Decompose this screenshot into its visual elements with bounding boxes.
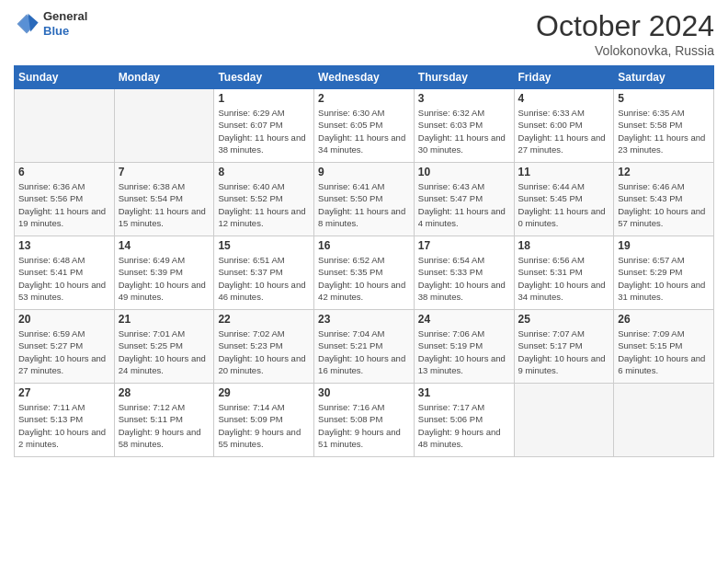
day-number: 5	[618, 92, 710, 105]
day-info: Sunrise: 7:16 AM Sunset: 5:08 PM Dayligh…	[318, 401, 410, 450]
calendar-cell: 6Sunrise: 6:36 AM Sunset: 5:56 PM Daylig…	[15, 163, 115, 236]
day-info: Sunrise: 6:40 AM Sunset: 5:52 PM Dayligh…	[218, 180, 310, 229]
calendar-cell: 17Sunrise: 6:54 AM Sunset: 5:33 PM Dayli…	[414, 236, 514, 310]
day-number: 11	[518, 166, 610, 178]
day-info: Sunrise: 6:33 AM Sunset: 6:00 PM Dayligh…	[518, 107, 610, 155]
day-info: Sunrise: 6:35 AM Sunset: 5:58 PM Dayligh…	[618, 107, 710, 155]
day-number: 13	[18, 239, 110, 252]
day-number: 15	[218, 239, 310, 252]
calendar-cell: 13Sunrise: 6:48 AM Sunset: 5:41 PM Dayli…	[15, 236, 115, 310]
day-number: 7	[119, 166, 210, 178]
calendar-cell: 20Sunrise: 6:59 AM Sunset: 5:27 PM Dayli…	[15, 310, 115, 384]
calendar-cell: 2Sunrise: 6:30 AM Sunset: 6:05 PM Daylig…	[314, 89, 415, 163]
logo-text: General Blue	[43, 9, 87, 38]
month-title: October 2024	[536, 9, 714, 43]
logo-blue: Blue	[43, 24, 87, 39]
day-number: 12	[618, 166, 710, 178]
weekday-header: Sunday	[15, 66, 115, 89]
day-info: Sunrise: 6:46 AM Sunset: 5:43 PM Dayligh…	[618, 180, 710, 229]
calendar-cell	[614, 384, 714, 457]
day-info: Sunrise: 7:01 AM Sunset: 5:25 PM Dayligh…	[119, 327, 210, 376]
calendar-cell: 1Sunrise: 6:29 AM Sunset: 6:07 PM Daylig…	[214, 89, 314, 163]
day-number: 9	[318, 166, 410, 178]
calendar-cell: 3Sunrise: 6:32 AM Sunset: 6:03 PM Daylig…	[414, 89, 514, 163]
day-info: Sunrise: 7:06 AM Sunset: 5:19 PM Dayligh…	[418, 327, 510, 376]
calendar-cell: 25Sunrise: 7:07 AM Sunset: 5:17 PM Dayli…	[514, 310, 614, 384]
day-number: 16	[318, 239, 410, 252]
calendar-cell: 4Sunrise: 6:33 AM Sunset: 6:00 PM Daylig…	[514, 89, 614, 163]
logo-icon	[14, 11, 40, 37]
day-number: 1	[218, 92, 310, 105]
day-info: Sunrise: 6:48 AM Sunset: 5:41 PM Dayligh…	[18, 254, 110, 303]
day-number: 3	[418, 92, 510, 105]
calendar-cell: 31Sunrise: 7:17 AM Sunset: 5:06 PM Dayli…	[414, 384, 514, 457]
day-number: 28	[119, 386, 210, 399]
calendar-table: SundayMondayTuesdayWednesdayThursdayFrid…	[14, 65, 714, 457]
day-number: 8	[218, 166, 310, 178]
calendar-cell: 29Sunrise: 7:14 AM Sunset: 5:09 PM Dayli…	[214, 384, 314, 457]
calendar-cell: 24Sunrise: 7:06 AM Sunset: 5:19 PM Dayli…	[414, 310, 514, 384]
day-info: Sunrise: 6:56 AM Sunset: 5:31 PM Dayligh…	[518, 254, 610, 303]
day-info: Sunrise: 7:07 AM Sunset: 5:17 PM Dayligh…	[518, 327, 610, 376]
page: General Blue October 2024 Volokonovka, R…	[0, 0, 728, 563]
day-info: Sunrise: 6:36 AM Sunset: 5:56 PM Dayligh…	[18, 180, 110, 229]
day-info: Sunrise: 6:54 AM Sunset: 5:33 PM Dayligh…	[418, 254, 510, 303]
day-info: Sunrise: 6:38 AM Sunset: 5:54 PM Dayligh…	[119, 180, 210, 229]
day-number: 25	[518, 313, 610, 326]
day-info: Sunrise: 7:14 AM Sunset: 5:09 PM Dayligh…	[218, 401, 310, 450]
day-info: Sunrise: 6:57 AM Sunset: 5:29 PM Dayligh…	[618, 254, 710, 303]
calendar-cell: 12Sunrise: 6:46 AM Sunset: 5:43 PM Dayli…	[614, 163, 714, 236]
logo-general: General	[43, 9, 87, 24]
calendar-cell	[114, 89, 214, 163]
calendar-week-row: 6Sunrise: 6:36 AM Sunset: 5:56 PM Daylig…	[15, 163, 714, 236]
calendar-cell: 22Sunrise: 7:02 AM Sunset: 5:23 PM Dayli…	[214, 310, 314, 384]
day-info: Sunrise: 7:17 AM Sunset: 5:06 PM Dayligh…	[418, 401, 510, 450]
day-number: 24	[418, 313, 510, 326]
calendar-cell: 30Sunrise: 7:16 AM Sunset: 5:08 PM Dayli…	[314, 384, 415, 457]
calendar-cell: 8Sunrise: 6:40 AM Sunset: 5:52 PM Daylig…	[214, 163, 314, 236]
day-number: 22	[218, 313, 310, 326]
day-number: 6	[18, 166, 110, 178]
day-info: Sunrise: 7:09 AM Sunset: 5:15 PM Dayligh…	[618, 327, 710, 376]
weekday-header: Monday	[114, 66, 214, 89]
calendar-cell: 28Sunrise: 7:12 AM Sunset: 5:11 PM Dayli…	[114, 384, 214, 457]
weekday-header: Saturday	[614, 66, 714, 89]
calendar-cell: 23Sunrise: 7:04 AM Sunset: 5:21 PM Dayli…	[314, 310, 415, 384]
header: General Blue October 2024 Volokonovka, R…	[14, 9, 714, 58]
calendar-cell: 11Sunrise: 6:44 AM Sunset: 5:45 PM Dayli…	[514, 163, 614, 236]
day-number: 31	[418, 386, 510, 399]
day-number: 17	[418, 239, 510, 252]
calendar-cell: 5Sunrise: 6:35 AM Sunset: 5:58 PM Daylig…	[614, 89, 714, 163]
day-info: Sunrise: 6:59 AM Sunset: 5:27 PM Dayligh…	[18, 327, 110, 376]
title-block: October 2024 Volokonovka, Russia	[536, 9, 714, 58]
weekday-header: Wednesday	[314, 66, 415, 89]
calendar-cell: 7Sunrise: 6:38 AM Sunset: 5:54 PM Daylig…	[114, 163, 214, 236]
weekday-header: Friday	[514, 66, 614, 89]
calendar-cell: 16Sunrise: 6:52 AM Sunset: 5:35 PM Dayli…	[314, 236, 415, 310]
calendar-week-row: 13Sunrise: 6:48 AM Sunset: 5:41 PM Dayli…	[15, 236, 714, 310]
calendar-cell: 19Sunrise: 6:57 AM Sunset: 5:29 PM Dayli…	[614, 236, 714, 310]
calendar-cell: 27Sunrise: 7:11 AM Sunset: 5:13 PM Dayli…	[15, 384, 115, 457]
calendar-cell: 14Sunrise: 6:49 AM Sunset: 5:39 PM Dayli…	[114, 236, 214, 310]
logo: General Blue	[14, 9, 87, 38]
day-info: Sunrise: 6:51 AM Sunset: 5:37 PM Dayligh…	[218, 254, 310, 303]
calendar-cell: 18Sunrise: 6:56 AM Sunset: 5:31 PM Dayli…	[514, 236, 614, 310]
calendar-week-row: 20Sunrise: 6:59 AM Sunset: 5:27 PM Dayli…	[15, 310, 714, 384]
day-info: Sunrise: 6:44 AM Sunset: 5:45 PM Dayligh…	[518, 180, 610, 229]
calendar-cell: 10Sunrise: 6:43 AM Sunset: 5:47 PM Dayli…	[414, 163, 514, 236]
day-info: Sunrise: 6:43 AM Sunset: 5:47 PM Dayligh…	[418, 180, 510, 229]
calendar-week-row: 27Sunrise: 7:11 AM Sunset: 5:13 PM Dayli…	[15, 384, 714, 457]
day-number: 10	[418, 166, 510, 178]
weekday-header: Tuesday	[214, 66, 314, 89]
day-number: 23	[318, 313, 410, 326]
day-number: 21	[119, 313, 210, 326]
calendar-cell: 9Sunrise: 6:41 AM Sunset: 5:50 PM Daylig…	[314, 163, 415, 236]
day-number: 18	[518, 239, 610, 252]
day-number: 29	[218, 386, 310, 399]
calendar-week-row: 1Sunrise: 6:29 AM Sunset: 6:07 PM Daylig…	[15, 89, 714, 163]
day-number: 19	[618, 239, 710, 252]
calendar-cell: 26Sunrise: 7:09 AM Sunset: 5:15 PM Dayli…	[614, 310, 714, 384]
day-info: Sunrise: 7:12 AM Sunset: 5:11 PM Dayligh…	[119, 401, 210, 450]
day-info: Sunrise: 7:11 AM Sunset: 5:13 PM Dayligh…	[18, 401, 110, 450]
day-number: 30	[318, 386, 410, 399]
